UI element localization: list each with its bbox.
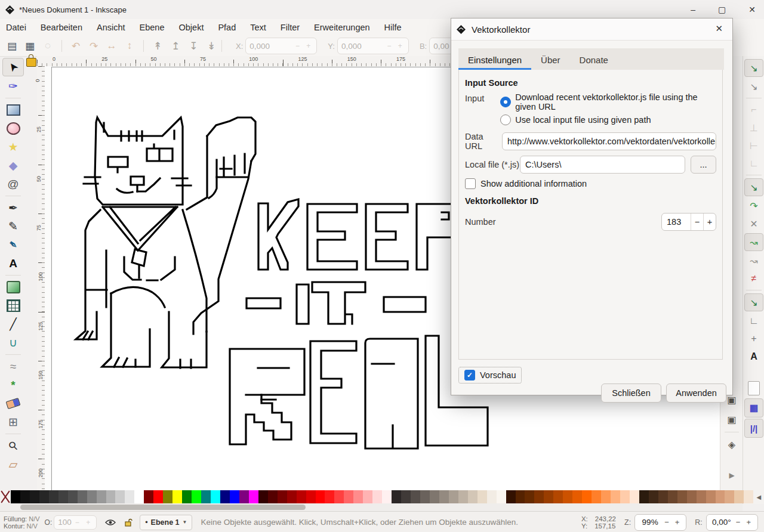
palette-swatch[interactable] — [192, 490, 201, 503]
layer-visibility-icon[interactable] — [105, 519, 116, 526]
palette-swatch[interactable] — [506, 490, 516, 503]
palette-swatch[interactable] — [382, 490, 392, 503]
radio-download-url-control[interactable] — [500, 97, 511, 107]
palette-swatch[interactable] — [649, 490, 658, 503]
x-field[interactable]: 0,000 − + — [245, 38, 317, 54]
rotate-cw-button[interactable]: ↷ — [87, 40, 101, 52]
dialog-close-icon[interactable]: ✕ — [715, 23, 723, 34]
palette-swatch[interactable] — [11, 490, 20, 503]
palette-scroll-arrow[interactable]: ◀ — [753, 490, 764, 503]
palette-swatch[interactable] — [20, 490, 30, 503]
spray-tool[interactable]: * — [3, 376, 23, 394]
menu-datei[interactable]: Datei — [6, 23, 26, 32]
menu-erweiterungen[interactable]: Erweiterungen — [314, 23, 370, 32]
palette-swatch[interactable] — [153, 490, 163, 503]
unlock-all-layers-icon[interactable]: ▣ — [727, 414, 736, 425]
palette-swatch[interactable] — [220, 490, 230, 503]
palette-swatch[interactable] — [344, 490, 353, 503]
connector-tool[interactable]: ⊞ — [3, 413, 23, 431]
snap-smooth-nodes[interactable]: ↝ — [745, 252, 763, 269]
menu-ebene[interactable]: Ebene — [140, 23, 165, 32]
show-additional-checkbox[interactable] — [465, 178, 476, 189]
selector-tool[interactable]: ➤ — [2, 58, 24, 76]
palette-swatch[interactable] — [30, 490, 39, 503]
snap-nodes[interactable]: ↘ — [744, 178, 763, 196]
palette-swatch[interactable] — [334, 490, 344, 503]
zoom-minus-button[interactable]: − — [661, 518, 672, 527]
palette-swatch[interactable] — [249, 490, 258, 503]
dropper-tool[interactable]: ╱ — [3, 316, 23, 333]
palette-swatch[interactable] — [97, 490, 106, 503]
palette-swatch[interactable] — [39, 490, 49, 503]
menu-ansicht[interactable]: Ansicht — [97, 23, 125, 32]
number-minus-button[interactable]: − — [691, 214, 703, 230]
palette-swatch[interactable] — [611, 490, 620, 503]
palette-swatch[interactable] — [372, 490, 382, 503]
x-field-spin[interactable]: − + — [295, 42, 313, 50]
transform-handles-icon[interactable]: ◈ — [728, 439, 735, 450]
palette-swatch[interactable] — [687, 490, 697, 503]
palette-swatch[interactable] — [525, 490, 534, 503]
snap-bbox-edge-midpoints[interactable]: ⊢ — [745, 137, 763, 154]
palette-swatch[interactable] — [172, 490, 182, 503]
menu-objekt[interactable]: Objekt — [179, 23, 204, 32]
palette-swatch[interactable] — [411, 490, 420, 503]
palette-swatch[interactable] — [287, 490, 297, 503]
palette-swatch[interactable] — [734, 490, 744, 503]
tweak-tool[interactable]: ≈ — [3, 358, 23, 375]
palette-swatch[interactable] — [706, 490, 716, 503]
zoom-plus-button[interactable]: + — [672, 518, 683, 527]
local-file-input[interactable]: C:\Users\ — [520, 156, 685, 174]
vertical-ruler[interactable]: 0255075100125150175200 — [37, 66, 45, 504]
tab-donate[interactable]: Donate — [570, 50, 618, 70]
palette-swatch[interactable] — [601, 490, 611, 503]
gradient-tool[interactable] — [3, 279, 23, 296]
select-all-layers-button[interactable]: ▦ — [23, 40, 37, 52]
rotation-minus-button[interactable]: − — [733, 518, 744, 527]
lock-all-layers-icon[interactable]: ▣ — [727, 394, 736, 406]
text-tool[interactable]: A — [3, 255, 23, 272]
ruler-lock-icon[interactable] — [26, 58, 36, 67]
palette-swatch[interactable] — [258, 490, 268, 503]
close-button[interactable]: ✕ — [748, 5, 756, 14]
maximize-button[interactable]: ▢ — [718, 5, 726, 14]
scrollbar-thumb[interactable] — [20, 505, 306, 510]
paint-bucket-tool[interactable]: ∪ — [3, 334, 23, 351]
rectangle-tool[interactable] — [3, 101, 23, 119]
browse-button[interactable]: ... — [691, 156, 716, 174]
palette-swatch[interactable] — [353, 490, 363, 503]
snap-grid-toggle[interactable]: ▦ — [744, 398, 763, 417]
zoom-field[interactable]: 99% − + — [634, 514, 686, 531]
palette-swatch[interactable] — [306, 490, 316, 503]
menu-hilfe[interactable]: Hilfe — [384, 23, 402, 32]
radio-local-file-control[interactable] — [500, 115, 511, 125]
tab-einstellungen[interactable]: Einstellungen — [458, 50, 531, 70]
data-url-input[interactable]: http://www.vektorkollektor.com/vektordat… — [502, 132, 716, 150]
palette-swatch[interactable] — [392, 490, 401, 503]
palette-swatch[interactable] — [468, 490, 478, 503]
y-field[interactable]: 0,000 − + — [337, 38, 409, 54]
palette-swatch[interactable] — [716, 490, 725, 503]
select-all-button[interactable]: ▤ — [5, 40, 19, 52]
ellipse-tool[interactable] — [3, 120, 23, 137]
opacity-field[interactable]: 100 − + — [54, 515, 97, 530]
palette-swatch[interactable] — [420, 490, 430, 503]
lower-to-bottom-button[interactable]: ↡ — [204, 40, 218, 52]
current-layer-selector[interactable]: • Ebene 1 ▼ — [140, 515, 192, 530]
radio-download-url[interactable]: Download recent vektorkollektor.js file … — [500, 92, 716, 112]
palette-swatch[interactable] — [572, 490, 582, 503]
palette-swatch[interactable] — [239, 490, 249, 503]
menu-filter[interactable]: Filter — [281, 23, 300, 32]
palette-swatch[interactable] — [697, 490, 706, 503]
layer-lock-icon[interactable] — [124, 518, 133, 527]
eraser-tool[interactable] — [3, 395, 23, 412]
snap-bbox-edges[interactable]: ⌐ — [745, 101, 763, 118]
palette-swatch[interactable] — [744, 490, 753, 503]
palette-swatch[interactable] — [68, 490, 78, 503]
opacity-spin[interactable]: − + — [75, 518, 93, 527]
rotation-plus-button[interactable]: + — [743, 518, 754, 527]
node-tool[interactable]: ✑ — [3, 78, 23, 95]
palette-swatch[interactable] — [115, 490, 125, 503]
snap-midpoints[interactable]: ≠ — [745, 270, 763, 287]
palette-swatch[interactable] — [78, 490, 87, 503]
